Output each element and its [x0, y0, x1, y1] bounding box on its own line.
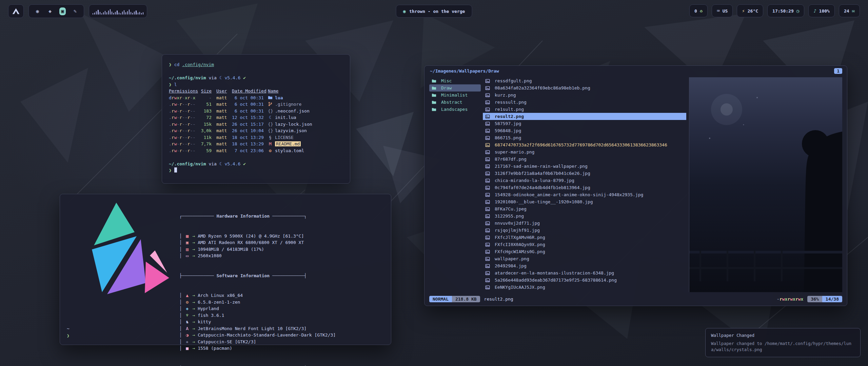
- shell-command-line: ❯ l: [169, 81, 343, 88]
- file-row[interactable]: 19201080-__blue-tinge__-1920×1080.jpg: [483, 198, 686, 205]
- notification-toast[interactable]: Wallpaper Changed Wallpaper changed to /…: [705, 328, 861, 357]
- keyboard-layout-label: US: [723, 8, 728, 14]
- lua-icon: ☾: [219, 161, 222, 166]
- scroll-percent-badge: 36%: [807, 296, 822, 302]
- image-file-icon: [485, 79, 490, 83]
- file-row[interactable]: 8FKa7Cu.jpeg: [483, 205, 686, 212]
- file-row[interactable]: FXfcHgcWIAMzs0G.png: [483, 248, 686, 255]
- notifications-module[interactable]: 24 ✉: [839, 4, 860, 17]
- cwd-path: ~/.config/nvim: [169, 75, 206, 80]
- sidebar-folder-abstract[interactable]: Abstract: [429, 99, 481, 106]
- file-row[interactable]: nnvuv0xj2df71.jpg: [483, 220, 686, 227]
- graph-bar: [143, 12, 143, 15]
- system-graph-widget[interactable]: [89, 4, 147, 18]
- file-row[interactable]: 154928-odinokoe_anime-art-anime-okno-sin…: [483, 191, 686, 198]
- sidebar-folder-minimalist[interactable]: Minimalist: [429, 92, 481, 99]
- mode-badge: NORMAL: [429, 296, 452, 302]
- file-row[interactable]: 08a634fa02a32364f69ebc86a98eb1eb.png: [483, 84, 686, 92]
- file-row[interactable]: 596848.jpg: [483, 127, 686, 134]
- cwd-path: ~/.config/nvim: [169, 161, 206, 166]
- image-file-icon: [485, 235, 490, 240]
- file-list: ressdfgult.png08a634fa02a32364f69ebc86a9…: [483, 77, 686, 292]
- image-file-icon: [485, 178, 490, 183]
- file-row[interactable]: EeNKYgIUcAAJ5JX.png: [483, 284, 686, 291]
- graph-bar: [115, 12, 116, 15]
- shell-prompt-line[interactable]: ❯: [169, 167, 343, 174]
- cwd-tilde: ~: [67, 325, 70, 332]
- file-row[interactable]: super-mario.png: [483, 148, 686, 156]
- check-icon: ✔: [243, 75, 246, 80]
- arch-crystal-logo: [70, 202, 171, 313]
- file-row[interactable]: 0c794faf07de24a4db4d4fb1eb813964.jpg: [483, 184, 686, 191]
- image-file-icon: [485, 200, 490, 204]
- file-type-icon: {}: [268, 108, 273, 115]
- folder-icon: [432, 107, 436, 112]
- image-file-icon: [485, 271, 490, 276]
- keyboard-layout-module[interactable]: ⌨ US: [712, 4, 733, 17]
- system-fetch-window[interactable]: ┌──────────── Hardware Information ─────…: [60, 194, 391, 345]
- file-listing-row: .rw-r--r--15kmatt26 oct 15:17{}lazy-lock…: [169, 121, 343, 128]
- file-row[interactable]: chica-mirando-la-luna-8799.jpg: [483, 177, 686, 184]
- file-row[interactable]: 3126f7e9bbf21a8a4af0b67b041c6e26.jpg: [483, 170, 686, 177]
- graph-bar: [139, 12, 140, 15]
- bell-icon: ✉: [852, 8, 855, 14]
- file-row[interactable]: result2.png: [483, 113, 686, 120]
- file-row[interactable]: 20492984.jpg: [483, 262, 686, 269]
- volume-module[interactable]: ♪ 100%: [808, 4, 835, 17]
- image-file-icon: [485, 128, 490, 133]
- sidebar-folder-landscapes[interactable]: Landscapes: [429, 106, 481, 113]
- file-row[interactable]: 3122955.png: [483, 212, 686, 220]
- active-window-title-pill[interactable]: ◉ thrown - on the verge: [396, 5, 472, 18]
- fetch-info-line: │ ▲ → Arch Linux x86_64: [179, 292, 336, 299]
- fetch-shell-prompt[interactable]: ~ ❯: [67, 325, 70, 339]
- topbar-left-modules: ◉◆▣✎: [8, 4, 147, 18]
- shell-command-line: ❯ cd .config/nvim: [169, 61, 343, 68]
- updates-module[interactable]: 0 ♻: [689, 4, 708, 17]
- prompt-symbol: ❯: [67, 332, 70, 339]
- image-file-icon: [485, 157, 490, 162]
- file-row[interactable]: FXfcJlTXgAMvH6R.png: [483, 234, 686, 241]
- file-row[interactable]: 587597.jpg: [483, 120, 686, 127]
- terminal-window-nvim-config[interactable]: ❯ cd .config/nvim ~/.config/nvim via ☾ v…: [162, 54, 350, 184]
- file-row[interactable]: 68747470733a2f2f696d616765732d7769786d70…: [483, 141, 686, 148]
- folder-icon: [432, 93, 436, 98]
- command-l: l: [174, 82, 177, 87]
- file-type-icon: {}: [268, 127, 273, 134]
- tab-badge[interactable]: 1: [834, 68, 842, 74]
- file-row[interactable]: 217167-sad-anime-rain-wallpaper.png: [483, 163, 686, 170]
- graph-bars: [93, 8, 143, 15]
- file-row[interactable]: FXfcII0X0AQyn9X.png: [483, 241, 686, 248]
- file-type-icon: {}: [268, 121, 273, 128]
- folder-icon: [268, 95, 273, 100]
- file-row[interactable]: ressdfgult.png: [483, 77, 686, 84]
- updates-count: 0: [694, 8, 697, 14]
- file-row[interactable]: wallpaper.png: [483, 255, 686, 262]
- volume-level: 100%: [819, 8, 830, 14]
- speaker-icon: ♪: [813, 8, 816, 14]
- workspace-3[interactable]: ▣: [59, 7, 66, 15]
- image-file-icon: [485, 228, 490, 233]
- file-row[interactable]: 866715.png: [483, 134, 686, 141]
- image-file-icon: [485, 214, 490, 219]
- file-row[interactable]: re1sult.png: [483, 106, 686, 113]
- file-row[interactable]: atardecer-en-la-montanas-ilustracion-634…: [483, 269, 686, 277]
- launcher-button[interactable]: [8, 4, 24, 18]
- window-title-text: thrown - on the verge: [409, 9, 465, 14]
- file-row[interactable]: resssult.png: [483, 99, 686, 106]
- weather-module[interactable]: ⚡ 26°C: [737, 4, 763, 17]
- file-manager-window[interactable]: ~/Imagenes/Wallpapers/Draw 1 MiscDrawMin…: [424, 65, 847, 306]
- fetch-info-line: │ ◑ → Catppuccin-Macchiato-Standard-Lave…: [179, 332, 336, 339]
- file-row[interactable]: 5a266e448add93deab367d87173e9f25-6837886…: [483, 277, 686, 284]
- image-file-icon: [485, 136, 490, 140]
- clock-module[interactable]: 17:50:29 ◷: [767, 4, 804, 17]
- keyboard-icon: ⌨: [717, 8, 719, 14]
- sidebar-folder-draw[interactable]: Draw: [429, 84, 481, 92]
- workspace-4[interactable]: ✎: [72, 7, 78, 15]
- sidebar-folder-misc[interactable]: Misc: [429, 77, 481, 84]
- workspace-1[interactable]: ◉: [34, 7, 41, 15]
- workspace-2[interactable]: ◆: [47, 7, 53, 15]
- file-row[interactable]: rsjqojlmjhf91.jpg: [483, 227, 686, 234]
- file-row[interactable]: kurz.png: [483, 92, 686, 99]
- file-row[interactable]: 87r687df.png: [483, 156, 686, 163]
- image-file-icon: [485, 264, 490, 268]
